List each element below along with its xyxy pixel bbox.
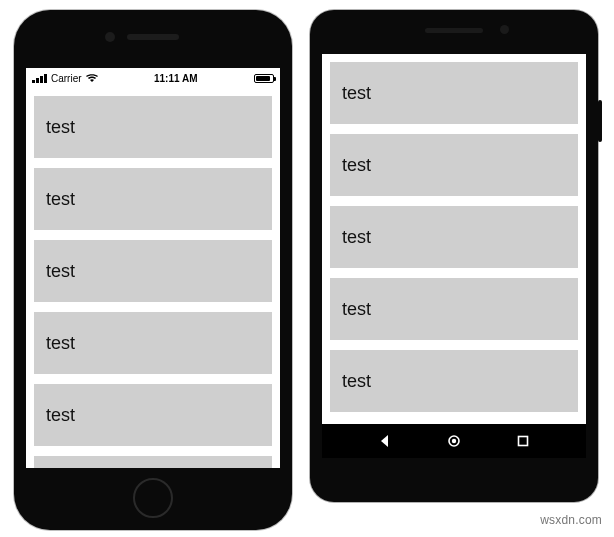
iphone-frame: Carrier 11:11 AM test test test test tes… bbox=[14, 10, 292, 530]
list-item[interactable]: test bbox=[34, 240, 272, 302]
list-item-label: test bbox=[46, 261, 75, 282]
front-camera-icon bbox=[500, 25, 509, 34]
clock: 11:11 AM bbox=[154, 73, 198, 84]
android-list[interactable]: test test test test test bbox=[322, 54, 586, 420]
svg-rect-2 bbox=[519, 437, 528, 446]
list-item[interactable]: test bbox=[34, 456, 272, 468]
list-item[interactable]: test bbox=[330, 62, 578, 124]
list-item-label: test bbox=[46, 117, 75, 138]
list-item-label: test bbox=[342, 155, 371, 176]
home-button[interactable] bbox=[447, 434, 461, 448]
home-button[interactable] bbox=[133, 478, 173, 518]
android-screen: test test test test test bbox=[322, 54, 586, 458]
list-item-label: test bbox=[342, 83, 371, 104]
ios-status-bar: Carrier 11:11 AM bbox=[26, 68, 280, 88]
wifi-icon bbox=[86, 74, 98, 82]
signal-icon bbox=[32, 74, 47, 83]
carrier-label: Carrier bbox=[51, 73, 82, 84]
list-item[interactable]: test bbox=[34, 384, 272, 446]
list-item-label: test bbox=[342, 371, 371, 392]
list-item[interactable]: test bbox=[330, 134, 578, 196]
list-item-label: test bbox=[46, 189, 75, 210]
android-nav-bar bbox=[322, 424, 586, 458]
list-item[interactable]: test bbox=[34, 168, 272, 230]
device-comparison: Carrier 11:11 AM test test test test tes… bbox=[0, 0, 614, 537]
list-item[interactable]: test bbox=[34, 312, 272, 374]
ios-list[interactable]: test test test test test test bbox=[26, 88, 280, 468]
power-button[interactable] bbox=[598, 100, 602, 142]
watermark: wsxdn.com bbox=[540, 513, 602, 527]
list-item[interactable]: test bbox=[330, 206, 578, 268]
list-item-label: test bbox=[342, 227, 371, 248]
status-right bbox=[254, 74, 274, 83]
recents-button[interactable] bbox=[516, 434, 530, 448]
list-item-label: test bbox=[46, 333, 75, 354]
status-left: Carrier bbox=[32, 73, 98, 84]
iphone-screen: Carrier 11:11 AM test test test test tes… bbox=[26, 68, 280, 468]
list-item-label: test bbox=[46, 405, 75, 426]
svg-point-1 bbox=[452, 439, 456, 443]
back-button[interactable] bbox=[378, 434, 392, 448]
list-item[interactable]: test bbox=[330, 350, 578, 412]
android-frame: test test test test test bbox=[310, 10, 598, 502]
battery-icon bbox=[254, 74, 274, 83]
list-item[interactable]: test bbox=[330, 278, 578, 340]
list-item[interactable]: test bbox=[34, 96, 272, 158]
android-app-view: test test test test test bbox=[322, 54, 586, 424]
list-item-label: test bbox=[342, 299, 371, 320]
front-camera-icon bbox=[105, 32, 115, 42]
